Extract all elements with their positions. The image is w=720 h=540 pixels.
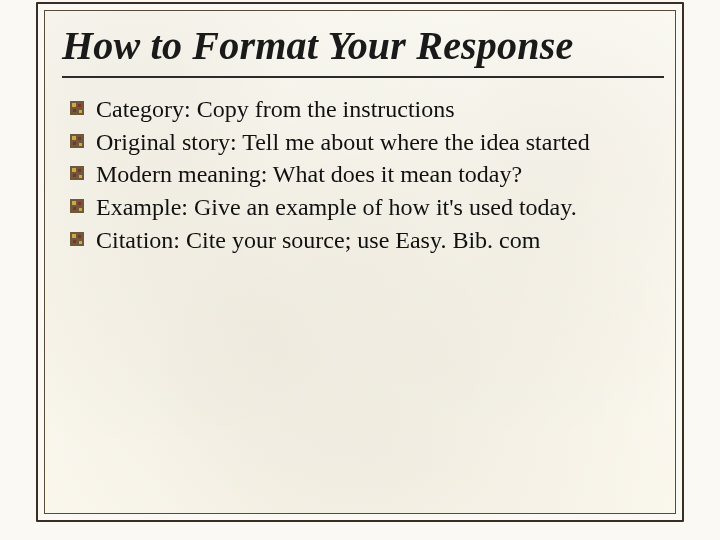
bullet-icon (70, 199, 84, 213)
list-item-text: Modern meaning: What does it mean today? (96, 161, 522, 187)
title-underline (62, 76, 664, 78)
list-item-text: Category: Copy from the instructions (96, 96, 455, 122)
bullet-icon (70, 134, 84, 148)
svg-rect-8 (73, 142, 76, 145)
svg-rect-12 (78, 169, 81, 172)
svg-rect-16 (72, 201, 76, 205)
slide: How to Format Your Response Category: Co… (0, 0, 720, 540)
svg-rect-2 (78, 104, 81, 107)
svg-rect-19 (79, 208, 82, 211)
svg-rect-1 (72, 103, 76, 107)
list-item: Citation: Cite your source; use Easy. Bi… (96, 225, 664, 256)
list-item-text: Citation: Cite your source; use Easy. Bi… (96, 227, 540, 253)
bullet-list: Category: Copy from the instructions Ori… (62, 94, 664, 256)
svg-rect-13 (73, 174, 76, 177)
svg-rect-6 (72, 136, 76, 140)
list-item: Category: Copy from the instructions (96, 94, 664, 125)
svg-rect-18 (73, 207, 76, 210)
list-item-text: Example: Give an example of how it's use… (96, 194, 577, 220)
svg-rect-23 (73, 240, 76, 243)
svg-rect-14 (79, 175, 82, 178)
svg-rect-7 (78, 137, 81, 140)
slide-title: How to Format Your Response (62, 24, 664, 68)
bullet-icon (70, 101, 84, 115)
svg-rect-21 (72, 234, 76, 238)
list-item-text: Original story: Tell me about where the … (96, 129, 590, 155)
svg-rect-22 (78, 235, 81, 238)
svg-rect-24 (79, 241, 82, 244)
svg-rect-9 (79, 143, 82, 146)
list-item: Original story: Tell me about where the … (96, 127, 664, 158)
bullet-icon (70, 166, 84, 180)
slide-content: How to Format Your Response Category: Co… (62, 24, 664, 500)
list-item: Example: Give an example of how it's use… (96, 192, 664, 223)
svg-rect-17 (78, 202, 81, 205)
list-item: Modern meaning: What does it mean today? (96, 159, 664, 190)
bullet-icon (70, 232, 84, 246)
svg-rect-4 (79, 110, 82, 113)
svg-rect-3 (73, 109, 76, 112)
svg-rect-11 (72, 168, 76, 172)
